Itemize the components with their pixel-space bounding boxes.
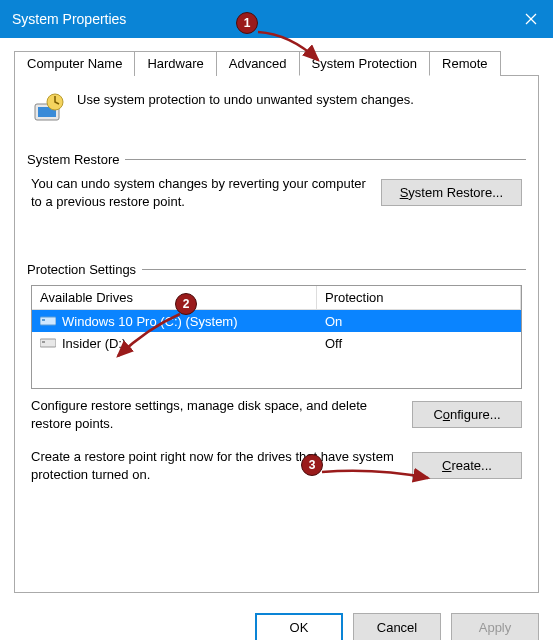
drives-list[interactable]: Available Drives Protection Windows 10 P… bbox=[31, 285, 522, 389]
drive-row[interactable]: Insider (D:) Off bbox=[32, 332, 521, 354]
system-protection-icon bbox=[31, 92, 65, 126]
apply-button[interactable]: Apply bbox=[451, 613, 539, 640]
drive-protection: Off bbox=[317, 336, 521, 351]
drive-protection: On bbox=[317, 314, 521, 329]
window-title: System Properties bbox=[12, 11, 509, 27]
tab-system-protection[interactable]: System Protection bbox=[299, 51, 431, 76]
divider bbox=[125, 159, 526, 160]
svg-rect-6 bbox=[42, 319, 45, 321]
column-header-protection[interactable]: Protection bbox=[317, 286, 521, 310]
ok-button[interactable]: OK bbox=[255, 613, 343, 640]
tab-remote[interactable]: Remote bbox=[429, 51, 501, 76]
titlebar: System Properties bbox=[0, 0, 553, 38]
drive-icon bbox=[40, 337, 56, 349]
group-protection-title: Protection Settings bbox=[27, 262, 136, 277]
tab-advanced[interactable]: Advanced bbox=[216, 51, 300, 76]
create-text: Create a restore point right now for the… bbox=[31, 448, 402, 483]
cancel-button[interactable]: Cancel bbox=[353, 613, 441, 640]
tab-hardware[interactable]: Hardware bbox=[134, 51, 216, 76]
divider bbox=[142, 269, 526, 270]
group-restore-title: System Restore bbox=[27, 152, 119, 167]
svg-rect-8 bbox=[42, 341, 45, 343]
configure-text: Configure restore settings, manage disk … bbox=[31, 397, 402, 432]
annotation-badge-2: 2 bbox=[175, 293, 197, 315]
drive-name: Windows 10 Pro (C:) (System) bbox=[62, 314, 238, 329]
drive-name: Insider (D:) bbox=[62, 336, 126, 351]
configure-button[interactable]: Configure... bbox=[412, 401, 522, 428]
intro-text: Use system protection to undo unwanted s… bbox=[77, 92, 414, 107]
drive-row[interactable]: Windows 10 Pro (C:) (System) On bbox=[32, 310, 521, 332]
dialog-button-row: OK Cancel Apply bbox=[0, 603, 553, 640]
annotation-badge-1: 1 bbox=[236, 12, 258, 34]
create-button[interactable]: Create... bbox=[412, 452, 522, 479]
tabstrip: Computer Name Hardware Advanced System P… bbox=[14, 51, 539, 76]
annotation-badge-3: 3 bbox=[301, 454, 323, 476]
system-restore-button[interactable]: System Restore... bbox=[381, 179, 522, 206]
restore-text: You can undo system changes by reverting… bbox=[31, 175, 371, 210]
tab-computer-name[interactable]: Computer Name bbox=[14, 51, 135, 76]
drive-icon bbox=[40, 315, 56, 327]
tab-panel: Use system protection to undo unwanted s… bbox=[14, 75, 539, 593]
close-button[interactable] bbox=[509, 0, 553, 38]
close-icon bbox=[525, 13, 537, 25]
